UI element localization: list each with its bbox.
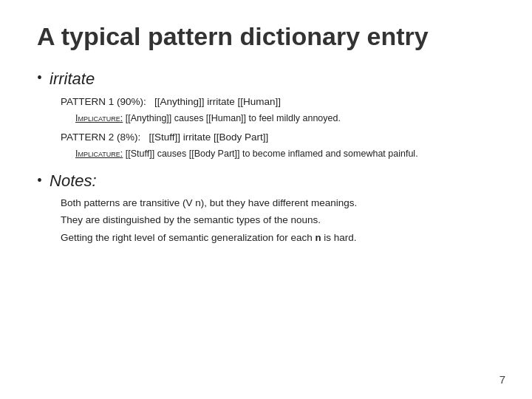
notes-line-3: Getting the right level of semantic gene… [61, 230, 495, 247]
notes-line-3-end: is hard. [321, 232, 357, 243]
bullet-item-irritate: • irritate [37, 69, 495, 90]
notes-line-1: Both patterns are transitive (V n), but … [61, 195, 495, 211]
pattern-1-line: PATTERN 1 (90%): [[Anything]] irritate [… [61, 95, 495, 109]
notes-line-3-n: n [315, 233, 321, 244]
bullet-item-notes: • Notes: [37, 171, 495, 191]
notes-line-3-text: Getting the right level of semantic gene… [61, 232, 315, 243]
implicature-1-label: Implicature: [75, 113, 123, 123]
pattern-1-block: PATTERN 1 (90%): [[Anything]] irritate [… [61, 95, 495, 126]
implicature-1-text: [[Anything]] causes [[Human]] to feel mi… [126, 113, 341, 123]
bullet-label-irritate: irritate [50, 69, 95, 90]
notes-line-2: They are distinguished by the semantic t… [61, 212, 495, 228]
implicature-2-line: Implicature: [[Stuff]] causes [[Body Par… [75, 149, 418, 159]
bullet-dot-1: • [37, 69, 42, 86]
bullet-section-notes: • Notes: Both patterns are transitive (V… [37, 171, 495, 247]
implicature-1-line: Implicature: [[Anything]] causes [[Human… [75, 113, 341, 123]
notes-text-block: Both patterns are transitive (V n), but … [61, 195, 495, 247]
bullet-dot-2: • [37, 171, 42, 189]
implicature-2-text: [[Stuff]] causes [[Body Part]] to become… [126, 149, 418, 159]
page-number: 7 [499, 373, 505, 386]
implicature-1-block: Implicature: [[Anything]] causes [[Human… [75, 112, 495, 126]
pattern-2-block: PATTERN 2 (8%): [[Stuff]] irritate [[Bod… [61, 130, 495, 161]
pattern-1-text: PATTERN 1 (90%): [[Anything]] irritate [… [61, 96, 281, 107]
implicature-2-label: Implicature: [75, 149, 123, 159]
slide: A typical pattern dictionary entry • irr… [0, 0, 532, 399]
notes-label: Notes: [50, 171, 97, 191]
content: • irritate PATTERN 1 (90%): [[Anything]]… [37, 69, 495, 246]
slide-title: A typical pattern dictionary entry [37, 22, 495, 51]
bullet-section-irritate: • irritate PATTERN 1 (90%): [[Anything]]… [37, 69, 495, 161]
pattern-2-text: PATTERN 2 (8%): [[Stuff]] irritate [[Bod… [61, 132, 268, 143]
implicature-2-block: Implicature: [[Stuff]] causes [[Body Par… [75, 147, 495, 161]
pattern-2-line: PATTERN 2 (8%): [[Stuff]] irritate [[Bod… [61, 130, 495, 145]
